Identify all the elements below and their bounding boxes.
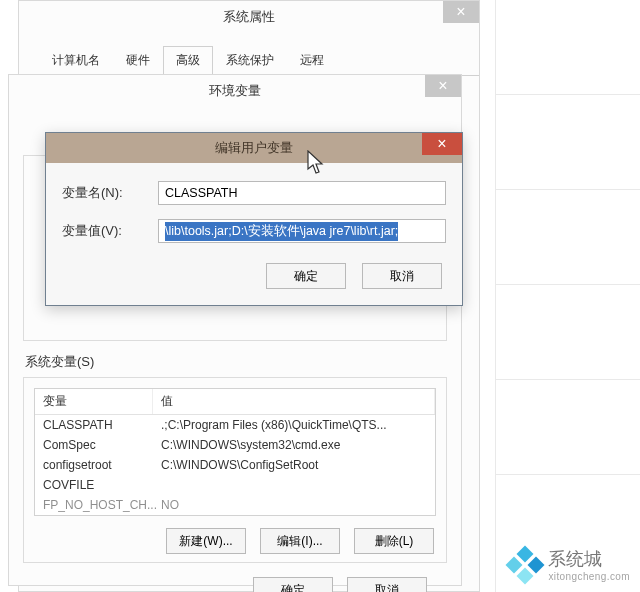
table-header: 变量 值 [35,389,435,415]
var-name: COVFILE [35,475,153,495]
ok-button[interactable]: 确定 [266,263,346,289]
brand-name: 系统城 [548,547,630,571]
var-value: C:\WINDOWS\ConfigSetRoot [153,455,435,475]
ok-button[interactable]: 确定 [253,577,333,592]
tab-advanced[interactable]: 高级 [163,46,213,76]
variable-value-label: 变量值(V): [62,222,158,240]
cancel-button[interactable]: 取消 [347,577,427,592]
env-titlebar[interactable]: 环境变量 × [9,75,461,107]
cancel-button[interactable]: 取消 [362,263,442,289]
sys-props-titlebar[interactable]: 系统属性 × [19,1,479,33]
blank-cell [496,190,640,285]
table-row[interactable]: COVFILE [35,475,435,495]
var-value [153,475,435,495]
variable-value-input[interactable]: \lib\tools.jar;D:\安装软件\java jre7\lib\rt.… [158,219,446,243]
var-value: .;C:\Program Files (x86)\QuickTime\QTS..… [153,415,435,435]
right-sidebar [495,0,640,592]
var-name: ComSpec [35,435,153,455]
logo-icon [508,548,542,582]
brand-url: xitongcheng.com [548,571,630,582]
edit-button[interactable]: 编辑(I)... [260,528,340,554]
edit-titlebar[interactable]: 编辑用户变量 × [46,133,462,163]
system-variables-table[interactable]: 变量 值 CLASSPATH .;C:\Program Files (x86)\… [34,388,436,516]
close-icon[interactable]: × [443,1,479,23]
table-row[interactable]: CLASSPATH .;C:\Program Files (x86)\Quick… [35,415,435,435]
tab-system-protection[interactable]: 系统保护 [213,46,287,76]
var-name: configsetroot [35,455,153,475]
system-variables-label: 系统变量(S) [25,353,447,371]
column-value[interactable]: 值 [153,389,435,414]
delete-button[interactable]: 删除(L) [354,528,434,554]
sys-props-tabs: 计算机名 硬件 高级 系统保护 远程 [19,33,479,76]
table-row[interactable]: FP_NO_HOST_CH... NO [35,495,435,515]
new-button[interactable]: 新建(W)... [166,528,246,554]
var-name: FP_NO_HOST_CH... [35,495,153,515]
tab-computer-name[interactable]: 计算机名 [39,46,113,76]
blank-cell [496,95,640,190]
blank-cell [496,0,640,95]
table-row[interactable]: configsetroot C:\WINDOWS\ConfigSetRoot [35,455,435,475]
env-title: 环境变量 [209,82,261,100]
edit-user-variable-dialog: 编辑用户变量 × 变量名(N): 变量值(V): \lib\tools.jar;… [45,132,463,306]
edit-title: 编辑用户变量 [215,139,293,157]
tab-remote[interactable]: 远程 [287,46,337,76]
selected-text: \lib\tools.jar;D:\安装软件\java jre7\lib\rt.… [165,222,398,241]
var-value: NO [153,495,435,515]
table-row[interactable]: ComSpec C:\WINDOWS\system32\cmd.exe [35,435,435,455]
column-name[interactable]: 变量 [35,389,153,414]
variable-name-input[interactable] [158,181,446,205]
close-icon[interactable]: × [422,133,462,155]
close-icon[interactable]: × [425,75,461,97]
var-value: C:\WINDOWS\system32\cmd.exe [153,435,435,455]
sys-props-title: 系统属性 [223,8,275,26]
variable-name-label: 变量名(N): [62,184,158,202]
system-variables-group: 变量 值 CLASSPATH .;C:\Program Files (x86)\… [23,377,447,563]
blank-cell [496,380,640,475]
blank-cell [496,285,640,380]
branding-logo: 系统城 xitongcheng.com [508,547,630,582]
var-name: CLASSPATH [35,415,153,435]
tab-hardware[interactable]: 硬件 [113,46,163,76]
